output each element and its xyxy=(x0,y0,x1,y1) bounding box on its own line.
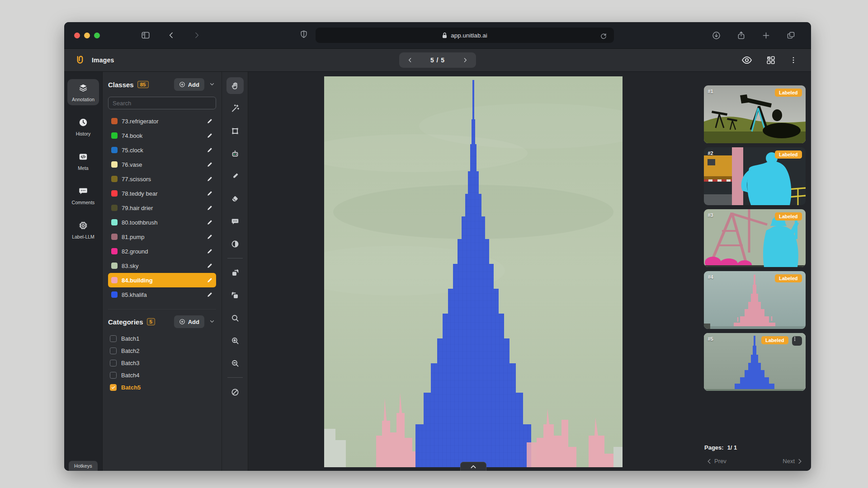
edit-brush-icon xyxy=(206,277,213,284)
edit-brush-icon xyxy=(206,234,213,240)
labeled-badge: Labeled xyxy=(761,336,788,344)
nav-item-comments[interactable]: Comments xyxy=(67,182,99,208)
address-bar[interactable]: app.unitlab.ai xyxy=(316,28,614,43)
pages-footer: Pages: 1/ 1 Prev Next xyxy=(704,444,805,465)
edit-brush-icon xyxy=(206,190,213,197)
classes-panel: Classes 85 Add 73.refrigerator 74.book 7… xyxy=(103,72,222,471)
next-image-button[interactable] xyxy=(460,55,471,66)
brush-tool[interactable] xyxy=(226,168,244,184)
annotation-canvas[interactable] xyxy=(248,72,698,471)
nav-item-label-llm[interactable]: Label-LLM xyxy=(67,216,99,243)
rotate-left-tool[interactable] xyxy=(226,287,244,304)
new-tab-icon[interactable] xyxy=(760,29,773,42)
classes-count-badge: 85 xyxy=(137,81,149,88)
bounding-box-tool[interactable] xyxy=(226,122,244,139)
category-row[interactable]: Batch1 xyxy=(108,333,216,345)
nav-item-history[interactable]: History xyxy=(67,113,99,140)
thumbnail-id: #3 xyxy=(708,212,713,218)
classes-title: Classes xyxy=(108,81,134,89)
minimize-window-button[interactable] xyxy=(84,33,90,38)
thumbnail-3[interactable]: #3 Labeled xyxy=(704,209,806,267)
browser-toolbar: app.unitlab.ai xyxy=(64,22,811,49)
traffic-lights xyxy=(74,33,100,38)
code-icon xyxy=(78,152,88,162)
left-nav: Annotation History Meta Comments Label-L… xyxy=(64,72,103,471)
thumbnail-5-selected[interactable]: #5 Labeled xyxy=(704,333,806,391)
contrast-tool[interactable] xyxy=(226,235,244,252)
prev-image-button[interactable] xyxy=(405,55,415,66)
class-row[interactable]: 80.toothbrush xyxy=(108,215,216,230)
magic-wand-tool[interactable] xyxy=(226,100,244,117)
category-row[interactable]: Batch3 xyxy=(108,357,216,369)
browser-actions xyxy=(710,29,797,42)
thumbnail-1[interactable]: #1 Labeled xyxy=(704,85,806,143)
class-row[interactable]: 82.ground xyxy=(108,244,216,258)
nav-item-meta[interactable]: Meta xyxy=(67,148,99,174)
close-window-button[interactable] xyxy=(74,33,80,38)
thumbnail-id: #1 xyxy=(708,89,713,94)
category-row[interactable]: Batch2 xyxy=(108,345,216,357)
thumbnail-2[interactable]: #2 Labeled xyxy=(704,147,806,205)
class-row[interactable]: 85.khalifa xyxy=(108,287,216,302)
back-button[interactable] xyxy=(165,29,178,42)
zoom-out-tool[interactable] xyxy=(226,355,244,371)
comment-tool[interactable] xyxy=(226,213,244,230)
hotkeys-button[interactable]: Hotkeys xyxy=(69,461,98,471)
thumbnail-menu-kebab-icon[interactable] xyxy=(792,336,802,346)
labeled-badge: Labeled xyxy=(775,89,802,97)
class-row[interactable]: 74.book xyxy=(108,128,216,143)
class-row[interactable]: 78.teddy bear xyxy=(108,186,216,201)
class-row[interactable]: 79.hair drier xyxy=(108,201,216,215)
preview-eye-icon[interactable] xyxy=(740,53,754,67)
classes-collapse-chevron-icon[interactable] xyxy=(208,80,216,89)
class-row[interactable]: 75.clock xyxy=(108,143,216,157)
categories-header: Categories 5 Add xyxy=(108,315,216,328)
share-icon[interactable] xyxy=(735,29,748,42)
class-row-selected[interactable]: 84.building xyxy=(108,273,216,287)
nav-item-annotation[interactable]: Annotation xyxy=(67,79,99,105)
checkbox xyxy=(110,372,117,379)
categories-collapse-chevron-icon[interactable] xyxy=(208,317,216,327)
rotate-right-tool[interactable] xyxy=(226,264,244,281)
comment-bubble-icon xyxy=(78,186,88,196)
auto-segment-tool[interactable] xyxy=(226,145,244,162)
checkbox xyxy=(110,360,117,366)
downloads-icon[interactable] xyxy=(710,29,723,42)
annotated-image[interactable] xyxy=(324,76,623,467)
tab-overview-icon[interactable] xyxy=(784,29,797,42)
plus-circle-icon xyxy=(179,81,185,88)
grid-view-icon[interactable] xyxy=(764,53,778,67)
privacy-shield-icon[interactable] xyxy=(299,30,308,41)
pan-hand-tool[interactable] xyxy=(226,77,244,94)
expand-bottom-panel-button[interactable] xyxy=(460,462,486,471)
sidebar-toggle-icon[interactable] xyxy=(139,28,152,42)
magnifier-tool[interactable] xyxy=(226,310,244,326)
zoom-window-button[interactable] xyxy=(94,33,100,38)
categories-title: Categories xyxy=(108,318,143,326)
class-search-input[interactable] xyxy=(108,97,216,109)
class-row[interactable]: 83.sky xyxy=(108,258,216,273)
url-text: app.unitlab.ai xyxy=(451,32,487,39)
more-options-kebab-icon[interactable] xyxy=(788,54,799,66)
class-row[interactable]: 81.pump xyxy=(108,230,216,244)
forward-button[interactable] xyxy=(190,29,203,42)
image-pagination: 5 / 5 xyxy=(399,52,476,68)
add-class-button[interactable]: Add xyxy=(174,78,204,91)
thumbnail-4[interactable]: #4 Labeled xyxy=(704,271,806,329)
prev-page-button[interactable]: Prev xyxy=(704,457,729,465)
category-row-checked[interactable]: Batch5 xyxy=(108,381,216,394)
class-row[interactable]: 73.refrigerator xyxy=(108,114,216,128)
class-row[interactable]: 76.vase xyxy=(108,157,216,172)
categories-count-badge: 5 xyxy=(147,318,155,325)
disable-overlay-tool[interactable] xyxy=(226,384,244,400)
zoom-in-tool[interactable] xyxy=(226,332,244,349)
next-page-button[interactable]: Next xyxy=(780,457,805,465)
class-row[interactable]: 77.scissors xyxy=(108,172,216,186)
layers-icon xyxy=(78,83,88,93)
add-category-button[interactable]: Add xyxy=(174,315,204,328)
labeled-badge: Labeled xyxy=(775,150,802,159)
category-row[interactable]: Batch4 xyxy=(108,369,216,381)
browser-window: app.unitlab.ai xyxy=(64,22,811,471)
eraser-tool[interactable] xyxy=(226,190,244,207)
reload-icon[interactable] xyxy=(598,30,609,42)
